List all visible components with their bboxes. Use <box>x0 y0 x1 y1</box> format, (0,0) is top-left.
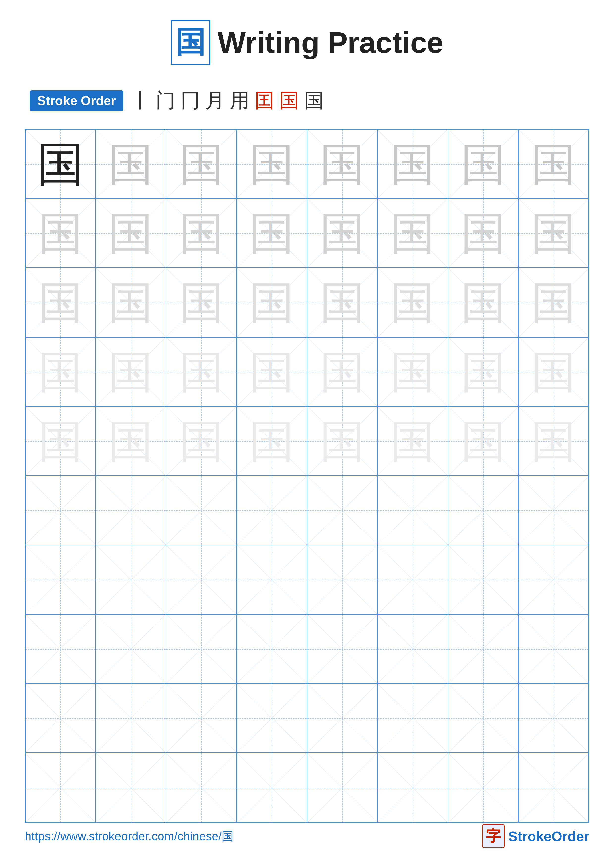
grid-cell-9-2[interactable] <box>96 684 167 752</box>
grid-cell-1-6[interactable]: 国 <box>378 130 449 198</box>
grid-cell-9-1[interactable] <box>25 684 96 752</box>
char-display: 国 <box>531 142 576 186</box>
grid-cell-3-6[interactable]: 国 <box>378 268 449 337</box>
grid-cell-3-2[interactable]: 国 <box>96 268 167 337</box>
grid-cell-7-3[interactable] <box>166 546 237 614</box>
grid-cell-3-8[interactable]: 国 <box>519 268 589 337</box>
grid-cell-8-6[interactable] <box>378 615 449 683</box>
grid-cell-5-8[interactable]: 国 <box>519 407 589 475</box>
grid-cell-6-5[interactable] <box>307 476 378 545</box>
grid-cell-7-4[interactable] <box>237 546 308 614</box>
grid-cell-1-3[interactable]: 国 <box>166 130 237 198</box>
grid-cell-10-3[interactable] <box>166 753 237 823</box>
grid-cell-3-7[interactable]: 国 <box>448 268 519 337</box>
grid-cell-8-5[interactable] <box>307 615 378 683</box>
grid-cell-8-8[interactable] <box>519 615 589 683</box>
grid-cell-7-8[interactable] <box>519 546 589 614</box>
char-display: 国 <box>320 211 365 256</box>
grid-cell-3-5[interactable]: 国 <box>307 268 378 337</box>
char-display: 国 <box>390 211 435 256</box>
char-display: 国 <box>109 211 153 256</box>
stroke-3: 冂 <box>180 87 200 114</box>
grid-cell-4-7[interactable]: 国 <box>448 338 519 406</box>
grid-cell-5-4[interactable]: 国 <box>237 407 308 475</box>
char-display: 国 <box>179 281 224 325</box>
grid-cell-8-2[interactable] <box>96 615 167 683</box>
grid-cell-6-7[interactable] <box>448 476 519 545</box>
grid-cell-7-2[interactable] <box>96 546 167 614</box>
grid-cell-9-5[interactable] <box>307 684 378 752</box>
char-display: 国 <box>38 211 83 256</box>
grid-cell-1-4[interactable]: 国 <box>237 130 308 198</box>
char-display: 国 <box>179 211 224 256</box>
grid-cell-4-4[interactable]: 国 <box>237 338 308 406</box>
grid-cell-2-7[interactable]: 国 <box>448 199 519 268</box>
grid-cell-10-2[interactable] <box>96 753 167 823</box>
char-display: 国 <box>37 141 84 188</box>
grid-cell-6-8[interactable] <box>519 476 589 545</box>
stroke-6: 囯 <box>255 87 274 114</box>
grid-cell-2-5[interactable]: 国 <box>307 199 378 268</box>
grid-cell-1-5[interactable]: 国 <box>307 130 378 198</box>
grid-cell-7-6[interactable] <box>378 546 449 614</box>
grid-cell-6-6[interactable] <box>378 476 449 545</box>
grid-cell-5-2[interactable]: 国 <box>96 407 167 475</box>
grid-cell-10-7[interactable] <box>448 753 519 823</box>
grid-cell-2-4[interactable]: 国 <box>237 199 308 268</box>
grid-cell-4-8[interactable]: 国 <box>519 338 589 406</box>
grid-cell-3-3[interactable]: 国 <box>166 268 237 337</box>
grid-cell-7-7[interactable] <box>448 546 519 614</box>
grid-cell-2-3[interactable]: 国 <box>166 199 237 268</box>
grid-cell-10-1[interactable] <box>25 753 96 823</box>
grid-cell-5-1[interactable]: 国 <box>25 407 96 475</box>
grid-cell-8-4[interactable] <box>237 615 308 683</box>
grid-cell-9-7[interactable] <box>448 684 519 752</box>
char-display: 国 <box>531 350 576 394</box>
grid-cell-7-5[interactable] <box>307 546 378 614</box>
grid-cell-1-1[interactable]: 国 <box>25 130 96 198</box>
grid-cell-3-4[interactable]: 国 <box>237 268 308 337</box>
grid-cell-5-7[interactable]: 国 <box>448 407 519 475</box>
grid-cell-4-6[interactable]: 国 <box>378 338 449 406</box>
grid-cell-10-5[interactable] <box>307 753 378 823</box>
title-text: Writing Practice <box>218 25 443 60</box>
grid-cell-9-4[interactable] <box>237 684 308 752</box>
grid-cell-8-7[interactable] <box>448 615 519 683</box>
grid-cell-5-3[interactable]: 国 <box>166 407 237 475</box>
grid-cell-4-2[interactable]: 国 <box>96 338 167 406</box>
grid-cell-1-7[interactable]: 国 <box>448 130 519 198</box>
char-display: 国 <box>38 350 83 394</box>
grid-cell-4-1[interactable]: 国 <box>25 338 96 406</box>
grid-cell-6-1[interactable] <box>25 476 96 545</box>
grid-cell-2-2[interactable]: 国 <box>96 199 167 268</box>
grid-cell-5-6[interactable]: 国 <box>378 407 449 475</box>
grid-cell-6-2[interactable] <box>96 476 167 545</box>
grid-cell-8-3[interactable] <box>166 615 237 683</box>
char-display: 国 <box>179 142 224 186</box>
grid-cell-8-1[interactable] <box>25 615 96 683</box>
grid-cell-10-4[interactable] <box>237 753 308 823</box>
grid-cell-5-5[interactable]: 国 <box>307 407 378 475</box>
char-display: 国 <box>390 419 435 463</box>
grid-cell-2-1[interactable]: 国 <box>25 199 96 268</box>
grid-cell-7-1[interactable] <box>25 546 96 614</box>
stroke-order-badge: Stroke Order <box>30 90 123 111</box>
stroke-2: 门 <box>155 87 176 114</box>
grid-cell-4-5[interactable]: 国 <box>307 338 378 406</box>
grid-cell-3-1[interactable]: 国 <box>25 268 96 337</box>
grid-cell-9-8[interactable] <box>519 684 589 752</box>
char-display: 国 <box>320 142 365 186</box>
grid-cell-1-2[interactable]: 国 <box>96 130 167 198</box>
footer-logo-icon: 字 <box>482 824 505 848</box>
grid-cell-2-8[interactable]: 国 <box>519 199 589 268</box>
grid-cell-6-4[interactable] <box>237 476 308 545</box>
grid-cell-9-3[interactable] <box>166 684 237 752</box>
grid-cell-10-6[interactable] <box>378 753 449 823</box>
grid-cell-4-3[interactable]: 国 <box>166 338 237 406</box>
grid-cell-2-6[interactable]: 国 <box>378 199 449 268</box>
grid-cell-6-3[interactable] <box>166 476 237 545</box>
footer-url[interactable]: https://www.strokeorder.com/chinese/国 <box>25 828 233 844</box>
grid-cell-1-8[interactable]: 国 <box>519 130 589 198</box>
grid-cell-9-6[interactable] <box>378 684 449 752</box>
grid-cell-10-8[interactable] <box>519 753 589 823</box>
